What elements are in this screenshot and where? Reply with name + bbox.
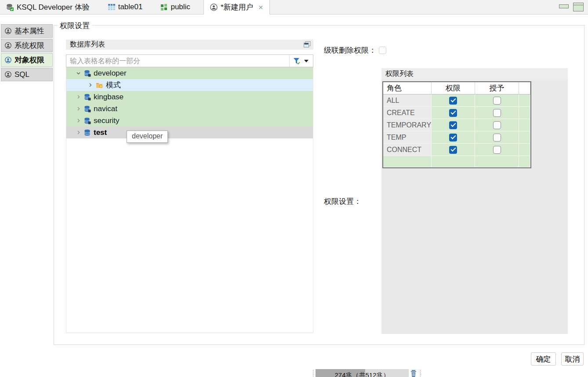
- database-icon: [84, 129, 91, 136]
- sidebar-item-label: 系统权限: [15, 40, 44, 51]
- tree-row-kingbase[interactable]: kingbase: [66, 91, 313, 103]
- heap-status-text: 274兆（共512兆）: [316, 369, 409, 377]
- table-row-empty: [383, 156, 530, 167]
- editor-tabbar: KSQL Developer 体验 table01 p: [0, 0, 588, 14]
- cascade-delete-label: 级联删除权限：: [324, 45, 376, 55]
- statusbar-separator: [313, 370, 313, 377]
- permission-list-title: 权限列表: [385, 69, 414, 79]
- database-icon: [84, 105, 91, 112]
- table-row-connect: CONNECT: [383, 144, 530, 156]
- minimize-icon[interactable]: [559, 4, 569, 8]
- chevron-right-icon[interactable]: [87, 83, 93, 87]
- chevron-right-icon[interactable]: [76, 106, 81, 111]
- grant-checkbox-unchecked[interactable]: [493, 109, 501, 117]
- chevron-right-icon[interactable]: [76, 118, 81, 123]
- status-bar: 274兆（共512兆）: [0, 369, 588, 377]
- cascade-delete-checkbox[interactable]: [379, 47, 386, 54]
- role-cell: TEMP: [383, 131, 432, 144]
- sidebar-item-basic-props[interactable]: 基本属性: [1, 24, 53, 38]
- database-icon: [84, 70, 91, 77]
- statusbar-separator: [420, 370, 421, 377]
- tree-item-label: 模式: [106, 80, 121, 90]
- permission-table: 角色 权限 授予 ALL CREATE TEMPORARY TEMP: [382, 81, 531, 168]
- tree-tooltip: developer: [127, 130, 168, 143]
- column-header-perm: 权限: [432, 82, 475, 94]
- role-cell: CONNECT: [383, 144, 432, 156]
- database-tree: developer 模式: [66, 67, 313, 333]
- tree-item-label: kingbase: [94, 93, 123, 102]
- role-cell: ALL: [383, 94, 432, 107]
- person-icon: [5, 28, 11, 34]
- tab-label: *新建用户: [221, 2, 254, 12]
- tree-item-label: developer: [94, 69, 127, 78]
- grant-checkbox-unchecked[interactable]: [493, 134, 501, 141]
- tab-label: KSQL Developer 体验: [17, 2, 90, 12]
- schema-icon: [161, 4, 167, 11]
- tab-new-user[interactable]: *新建用户 ✕: [203, 0, 270, 14]
- tree-row-developer[interactable]: developer: [66, 67, 313, 79]
- perm-checkbox-checked[interactable]: [449, 109, 457, 117]
- ok-button[interactable]: 确定: [531, 352, 556, 366]
- cascade-delete-row: 级联删除权限：: [324, 45, 386, 55]
- table-row-temp: TEMP: [383, 131, 530, 144]
- tree-row-navicat[interactable]: navicat: [66, 103, 313, 115]
- database-list-header: 数据库列表: [66, 40, 313, 50]
- filter-icon[interactable]: [293, 58, 301, 65]
- search-input[interactable]: [66, 55, 289, 67]
- grant-checkbox-unchecked[interactable]: [493, 121, 501, 129]
- restore-panel-icon[interactable]: [304, 41, 311, 48]
- group-title: 权限设置: [58, 21, 92, 31]
- table-row-all: ALL: [383, 94, 530, 107]
- heap-status-widget: 274兆（共512兆）: [316, 369, 409, 377]
- tab-label: public: [171, 3, 190, 11]
- column-header-grant: 授予: [475, 82, 519, 94]
- tree-item-label: test: [94, 128, 107, 137]
- role-cell: TEMPORARY: [383, 119, 432, 131]
- role-cell: CREATE: [383, 107, 432, 119]
- app-window: KSQL Developer 体验 table01 p: [0, 0, 588, 377]
- perm-checkbox-checked[interactable]: [449, 146, 457, 154]
- tab-public[interactable]: public: [155, 0, 196, 14]
- database-check-icon: [6, 4, 14, 11]
- database-icon: [84, 117, 91, 124]
- perm-checkbox-checked[interactable]: [449, 121, 457, 129]
- perm-checkbox-checked[interactable]: [449, 134, 457, 141]
- sidebar-item-object-perms[interactable]: 对象权限: [1, 53, 53, 67]
- database-list-title: 数据库列表: [70, 40, 105, 49]
- sidebar-item-label: 对象权限: [15, 55, 44, 65]
- sidebar-item-label: SQL: [15, 70, 29, 79]
- chevron-right-icon[interactable]: [76, 94, 81, 99]
- tree-item-label: navicat: [94, 105, 117, 113]
- table-row-create: CREATE: [383, 107, 530, 119]
- tree-row-security[interactable]: security: [66, 115, 313, 127]
- tree-row-schema[interactable]: 模式: [66, 79, 313, 91]
- person-icon: [5, 71, 11, 78]
- folder-icon: [96, 82, 103, 88]
- database-icon: [84, 94, 91, 101]
- tree-row-test[interactable]: test: [66, 127, 313, 138]
- sidebar-item-system-perms[interactable]: 系统权限: [1, 39, 53, 52]
- chevron-right-icon[interactable]: [76, 130, 81, 135]
- table-icon: [108, 4, 115, 10]
- grant-checkbox-unchecked[interactable]: [493, 146, 501, 154]
- trash-icon[interactable]: [410, 370, 417, 377]
- permission-setting-label: 权限设置：: [324, 196, 361, 207]
- tab-label: table01: [118, 3, 143, 11]
- tab-table01[interactable]: table01: [102, 0, 149, 14]
- grant-checkbox-unchecked[interactable]: [493, 97, 501, 105]
- cancel-button[interactable]: 取消: [561, 352, 584, 366]
- person-icon: [5, 42, 11, 49]
- maximize-icon[interactable]: [573, 3, 584, 11]
- table-row-temporary: TEMPORARY: [383, 119, 530, 131]
- filter-dropdown-icon[interactable]: [304, 60, 309, 62]
- perm-checkbox-checked[interactable]: [449, 97, 457, 105]
- tree-item-label: security: [94, 116, 120, 125]
- column-header-extra: [519, 82, 530, 94]
- tab-ksql-developer[interactable]: KSQL Developer 体验: [0, 0, 96, 14]
- permission-list-header: 权限列表: [381, 68, 568, 80]
- close-icon[interactable]: ✕: [258, 4, 264, 11]
- chevron-down-icon[interactable]: [76, 71, 81, 76]
- permission-table-header-row: 角色 权限 授予: [383, 82, 530, 94]
- user-icon: [210, 4, 218, 11]
- sidebar-item-sql[interactable]: SQL: [1, 68, 53, 81]
